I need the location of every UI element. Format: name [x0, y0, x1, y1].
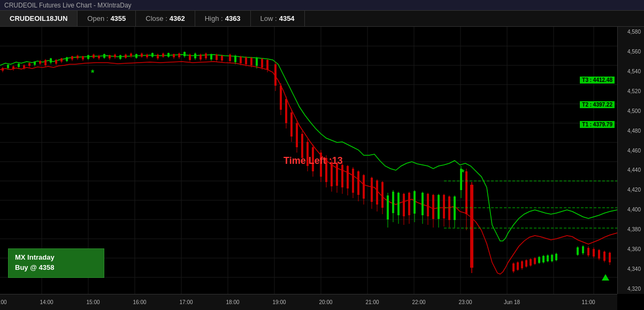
svg-rect-167	[387, 195, 389, 220]
svg-rect-231	[603, 252, 605, 261]
y-label-4500: 4,500	[619, 108, 643, 114]
x-label-1800: 18:00	[226, 299, 239, 305]
svg-rect-53	[71, 56, 73, 59]
svg-rect-79	[141, 54, 143, 57]
svg-rect-203	[521, 261, 523, 268]
y-label-4520: 4,520	[619, 88, 643, 94]
svg-rect-233	[609, 253, 611, 262]
y-label-4480: 4,480	[619, 128, 643, 134]
svg-rect-197	[470, 185, 473, 268]
svg-text:*: *	[461, 168, 465, 177]
svg-rect-211	[538, 257, 540, 263]
svg-rect-85	[157, 55, 159, 58]
t1-label: T1 : 4379.79	[580, 121, 615, 128]
close-segment: Close : 4362	[136, 11, 195, 26]
svg-rect-185	[438, 195, 440, 219]
svg-rect-129	[280, 86, 282, 110]
svg-rect-37	[28, 63, 30, 66]
svg-rect-165	[381, 182, 384, 208]
svg-rect-51	[66, 57, 68, 61]
x-label-1400: 14:00	[40, 299, 53, 305]
chart-title: CRUDEOIL Futures Live Chart - MXIntraDay	[4, 2, 132, 9]
svg-rect-217	[551, 255, 553, 261]
svg-rect-133	[290, 112, 293, 137]
svg-rect-105	[210, 54, 212, 59]
svg-rect-65	[103, 54, 105, 58]
y-label-4460: 4,460	[619, 148, 643, 154]
svg-rect-95	[183, 52, 186, 56]
svg-rect-41	[39, 61, 41, 64]
t2-label: T2 : 4397.22	[580, 101, 615, 108]
svg-rect-131	[285, 99, 287, 123]
svg-rect-171	[397, 193, 400, 215]
svg-rect-225	[587, 248, 589, 255]
svg-rect-31	[12, 66, 14, 69]
svg-rect-169	[392, 192, 394, 213]
svg-rect-221	[577, 247, 579, 255]
svg-rect-157	[357, 171, 359, 195]
svg-rect-205	[525, 260, 527, 267]
svg-rect-109	[221, 56, 223, 61]
high-label: High :	[205, 14, 223, 22]
up-arrow-marker	[602, 274, 609, 281]
svg-rect-73	[125, 55, 127, 58]
svg-rect-47	[55, 60, 57, 64]
svg-rect-59	[87, 55, 89, 59]
svg-rect-229	[598, 250, 600, 259]
symbol-segment: CRUDEOIL18JUN	[0, 11, 78, 26]
svg-rect-183	[432, 195, 434, 219]
open-label: Open :	[87, 14, 108, 22]
t3-label: T3 : 4412.48	[580, 77, 615, 84]
open-segment: Open : 4355	[78, 11, 136, 26]
svg-rect-55	[76, 56, 79, 58]
svg-rect-161	[371, 178, 373, 202]
y-label-4420: 4,420	[619, 187, 643, 193]
x-label-2100: 21:00	[365, 299, 379, 305]
signal-line2: Buy @ 4358	[15, 263, 97, 271]
y-label-4560: 4,560	[619, 49, 643, 55]
svg-rect-135	[296, 123, 298, 147]
svg-rect-213	[542, 256, 545, 262]
svg-rect-209	[534, 258, 536, 264]
svg-rect-103	[205, 54, 207, 58]
x-label-2000: 20:00	[319, 299, 332, 305]
y-label-4400: 4,400	[619, 207, 643, 213]
high-value: 4363	[225, 14, 241, 22]
svg-rect-93	[178, 54, 180, 57]
time-left-label: Time Left :13	[283, 155, 343, 167]
x-label-1900: 19:00	[272, 299, 286, 305]
low-segment: Low : 4354	[251, 11, 305, 26]
x-label-2200: 22:00	[412, 299, 425, 305]
y-label-4580: 4,580	[619, 29, 643, 35]
svg-rect-43	[44, 60, 47, 65]
svg-rect-137	[301, 134, 303, 158]
info-bar: CRUDEOIL18JUN Open : 4355 Close : 4362 H…	[0, 11, 644, 27]
svg-rect-153	[347, 166, 349, 188]
close-value: 4362	[170, 14, 185, 22]
svg-rect-97	[189, 55, 191, 60]
x-label-jun18: Jun 18	[504, 299, 520, 305]
svg-rect-181	[427, 194, 429, 216]
svg-rect-149	[336, 163, 338, 186]
svg-rect-155	[352, 169, 354, 193]
svg-rect-29	[7, 65, 9, 68]
svg-rect-69	[114, 55, 116, 57]
title-bar: CRUDEOIL Futures Live Chart - MXIntraDay	[0, 0, 644, 11]
svg-rect-119	[250, 58, 252, 65]
svg-rect-207	[530, 259, 532, 266]
svg-rect-173	[403, 194, 405, 216]
x-label-2300: 23:00	[458, 299, 472, 305]
svg-rect-191	[454, 196, 456, 220]
svg-rect-99	[194, 54, 196, 58]
svg-rect-163	[376, 180, 378, 205]
svg-rect-101	[200, 55, 202, 59]
svg-rect-227	[593, 249, 595, 256]
svg-rect-111	[229, 55, 231, 61]
svg-rect-159	[363, 175, 365, 199]
svg-rect-151	[341, 165, 343, 187]
svg-rect-81	[146, 55, 148, 57]
low-value: 4354	[279, 14, 295, 22]
y-label-4340: 4,340	[619, 266, 643, 272]
svg-rect-75	[130, 54, 132, 56]
svg-rect-175	[408, 193, 410, 215]
